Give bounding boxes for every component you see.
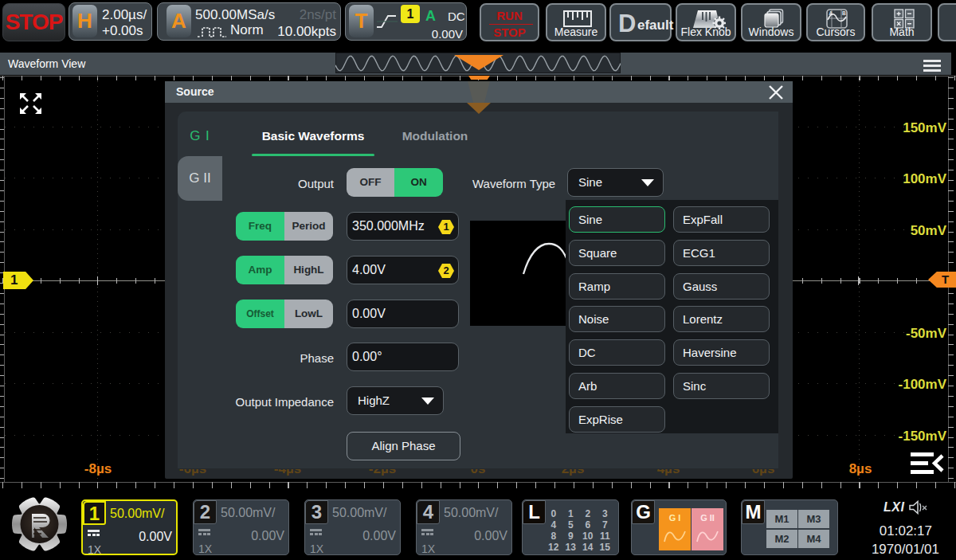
svg-text:B: B — [842, 10, 846, 16]
svg-text:A: A — [829, 10, 833, 16]
